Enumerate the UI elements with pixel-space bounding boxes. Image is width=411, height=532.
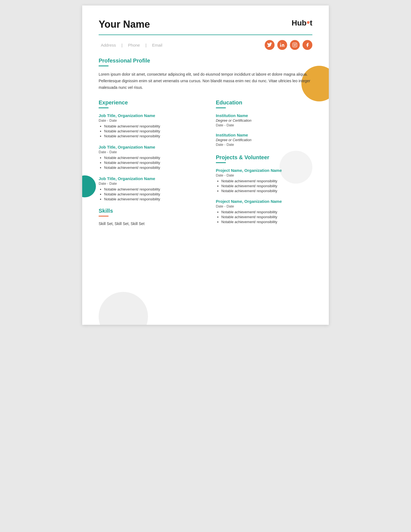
project-date-1: Date - Date	[216, 173, 312, 177]
two-column-section: Experience Job Title, Organization Name …	[99, 99, 312, 230]
twitter-icon[interactable]	[265, 40, 275, 50]
exp-item-3-2: Notable achievement/ responsibility	[104, 192, 205, 196]
name: Your Name	[99, 19, 150, 30]
social-icons	[265, 40, 312, 50]
project-item-1-1: Notable achievement/ responsibility	[221, 179, 312, 183]
edu-date-2: Date - Date	[216, 143, 312, 147]
hubspot-logo: Hubt	[292, 19, 312, 27]
hubspot-dot	[307, 21, 310, 24]
project-title-2: Project Name, Organization Name	[216, 199, 312, 204]
address-text: Address	[101, 43, 116, 47]
left-column: Experience Job Title, Organization Name …	[99, 99, 205, 230]
projects-section-wrapper: Projects & Volunteer Project Name, Organ…	[216, 154, 312, 224]
svg-point-2	[294, 44, 296, 46]
education-underline	[216, 107, 226, 108]
edu-entry-1: Institution Name Degree or Certification…	[216, 113, 312, 127]
exp-date-3: Date - Date	[99, 181, 205, 186]
exp-title-3: Job Title, Organization Name	[99, 176, 205, 181]
deco-circle-light-bottom-left	[99, 292, 148, 325]
project-entry-2: Project Name, Organization Name Date - D…	[216, 199, 312, 224]
skills-section: Skills Skill Set, Skill Set, Skill Set	[99, 208, 205, 226]
profile-text: Lorem ipsum dolor sit amet, consectetur …	[99, 71, 312, 91]
svg-point-0	[280, 43, 281, 44]
project-item-1-2: Notable achievement/ responsibility	[221, 184, 312, 188]
phone-text: Phone	[128, 43, 140, 47]
edu-date-1: Date - Date	[216, 123, 312, 127]
project-title-1: Project Name, Organization Name	[216, 168, 312, 173]
resume-page: Your Name Hubt Address | Phone | Email	[82, 5, 329, 325]
profile-section: Professional Profile Lorem ipsum dolor s…	[99, 58, 312, 91]
exp-item-3-3: Notable achievement/ responsibility	[104, 197, 205, 201]
exp-item-1-2: Notable achievement/ responsibility	[104, 129, 205, 133]
header: Your Name Hubt	[99, 19, 312, 30]
svg-rect-1	[293, 43, 297, 47]
edu-degree-1: Degree or Certification	[216, 118, 312, 123]
header-divider	[99, 35, 312, 35]
exp-date-2: Date - Date	[99, 150, 205, 154]
exp-item-3-1: Notable achievement/ responsibility	[104, 187, 205, 191]
exp-item-2-1: Notable achievement/ responsibility	[104, 156, 205, 160]
edu-institution-2: Institution Name	[216, 133, 312, 137]
edu-institution-1: Institution Name	[216, 113, 312, 118]
exp-entry-1: Job Title, Organization Name Date - Date…	[99, 113, 205, 138]
projects-underline	[216, 162, 226, 163]
email-text: Email	[152, 43, 162, 47]
linkedin-icon[interactable]	[277, 40, 287, 50]
project-entry-1: Project Name, Organization Name Date - D…	[216, 168, 312, 193]
profile-underline	[99, 66, 109, 66]
project-item-2-1: Notable achievement/ responsibility	[221, 210, 312, 214]
exp-item-2-3: Notable achievement/ responsibility	[104, 166, 205, 170]
project-item-2-2: Notable achievement/ responsibility	[221, 215, 312, 219]
edu-entry-2: Institution Name Degree or Certification…	[216, 133, 312, 147]
divider-1: |	[121, 43, 124, 47]
exp-entry-2: Job Title, Organization Name Date - Date…	[99, 145, 205, 170]
project-date-2: Date - Date	[216, 204, 312, 208]
skills-underline	[99, 216, 109, 217]
divider-2: |	[145, 43, 148, 47]
right-column: Education Institution Name Degree or Cer…	[216, 99, 312, 230]
exp-item-1-3: Notable achievement/ responsibility	[104, 134, 205, 138]
exp-list-2: Notable achievement/ responsibility Nota…	[99, 156, 205, 170]
experience-underline	[99, 107, 109, 108]
exp-title-1: Job Title, Organization Name	[99, 113, 205, 118]
facebook-icon[interactable]	[302, 40, 312, 50]
project-item-2-3: Notable achievement/ responsibility	[221, 220, 312, 224]
contact-info: Address | Phone | Email	[99, 43, 164, 47]
project-list-1: Notable achievement/ responsibility Nota…	[216, 179, 312, 193]
hubspot-text-1: Hub	[292, 19, 306, 27]
education-title: Education	[216, 99, 312, 106]
contact-row: Address | Phone | Email	[99, 40, 312, 50]
projects-title: Projects & Volunteer	[216, 154, 312, 161]
project-item-1-3: Notable achievement/ responsibility	[221, 189, 312, 193]
experience-title: Experience	[99, 99, 205, 106]
edu-degree-2: Degree or Certification	[216, 138, 312, 142]
exp-title-2: Job Title, Organization Name	[99, 145, 205, 149]
exp-item-1-1: Notable achievement/ responsibility	[104, 124, 205, 128]
exp-date-1: Date - Date	[99, 118, 205, 123]
exp-item-2-2: Notable achievement/ responsibility	[104, 161, 205, 165]
deco-circle-teal	[82, 175, 96, 197]
instagram-icon[interactable]	[290, 40, 300, 50]
skills-text: Skill Set, Skill Set, Skill Set	[99, 221, 205, 226]
skills-title: Skills	[99, 208, 205, 214]
project-list-2: Notable achievement/ responsibility Nota…	[216, 210, 312, 224]
exp-entry-3: Job Title, Organization Name Date - Date…	[99, 176, 205, 201]
exp-list-3: Notable achievement/ responsibility Nota…	[99, 187, 205, 201]
hubspot-text-2: t	[310, 19, 312, 27]
profile-title: Professional Profile	[99, 58, 312, 64]
exp-list-1: Notable achievement/ responsibility Nota…	[99, 124, 205, 138]
